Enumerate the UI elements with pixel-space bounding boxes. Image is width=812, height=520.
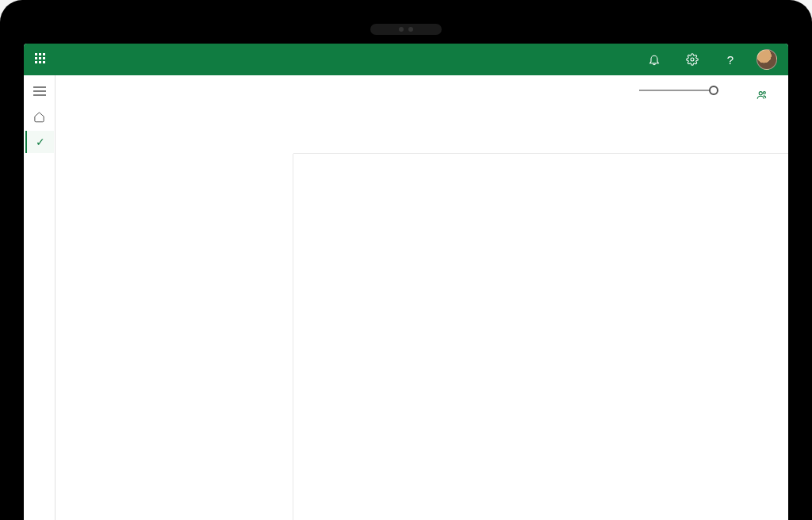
app-launcher-icon[interactable] bbox=[35, 53, 48, 66]
svg-point-0 bbox=[691, 58, 694, 61]
date-scale bbox=[293, 119, 788, 154]
main bbox=[56, 75, 788, 520]
view-tabs bbox=[311, 86, 349, 118]
zoom-slider[interactable] bbox=[639, 90, 718, 91]
home-icon[interactable] bbox=[25, 105, 54, 128]
topbar: ? bbox=[24, 44, 788, 75]
settings-icon[interactable] bbox=[680, 48, 704, 71]
zoom-control bbox=[631, 90, 718, 91]
body bbox=[56, 154, 788, 520]
svg-point-5 bbox=[763, 92, 765, 94]
device-frame: ? ✓ bbox=[0, 0, 812, 520]
user-avatar[interactable] bbox=[756, 49, 777, 70]
content: ✓ bbox=[24, 75, 788, 520]
group-members-button[interactable] bbox=[756, 90, 772, 103]
screen: ? ✓ bbox=[24, 44, 788, 520]
left-rail: ✓ bbox=[24, 75, 56, 520]
notification-icon[interactable] bbox=[642, 48, 666, 71]
svg-point-4 bbox=[759, 92, 762, 95]
tasks-icon[interactable]: ✓ bbox=[25, 131, 54, 153]
device-notch bbox=[370, 24, 442, 35]
people-icon bbox=[756, 90, 768, 103]
help-icon[interactable]: ? bbox=[718, 48, 742, 71]
gantt-chart bbox=[293, 154, 788, 520]
zoom-thumb[interactable] bbox=[709, 86, 718, 95]
menu-icon[interactable] bbox=[25, 80, 54, 102]
project-header bbox=[56, 75, 788, 119]
task-list bbox=[56, 154, 293, 520]
